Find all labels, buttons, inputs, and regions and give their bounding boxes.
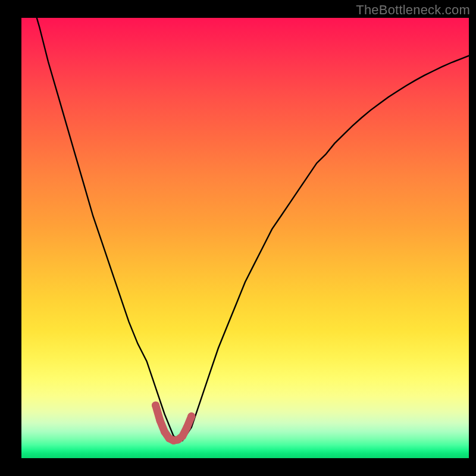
curve-svg (21, 18, 469, 458)
sweet-spot-dot (187, 412, 195, 420)
sweet-spot-markers (152, 402, 195, 444)
watermark-text: TheBottleneck.com (356, 2, 470, 18)
sweet-spot-dot (156, 417, 164, 425)
bottleneck-curve (30, 18, 469, 440)
plot-area (21, 18, 469, 458)
outer-frame: TheBottleneck.com (0, 0, 476, 476)
sweet-spot-dot (183, 424, 191, 431)
sweet-spot-dot (161, 428, 168, 436)
sweet-spot-dot (152, 402, 159, 409)
sweet-spot-dot (178, 433, 186, 440)
